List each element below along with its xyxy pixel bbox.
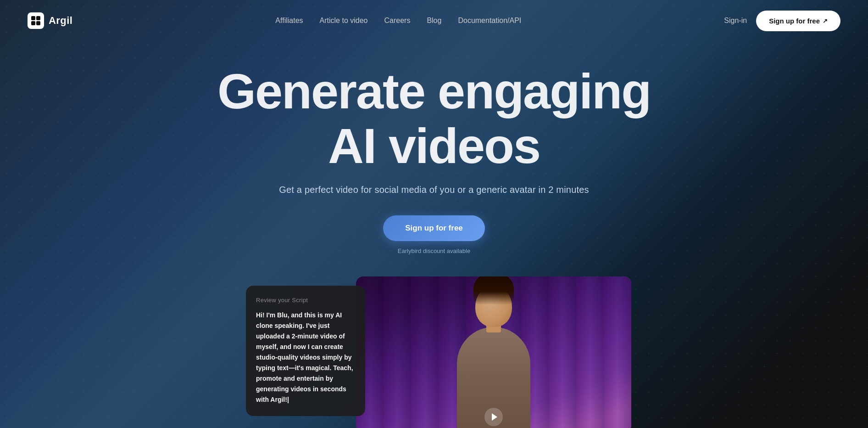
hero-title-line2: AI videos [217, 119, 651, 174]
nav-blog[interactable]: Blog [427, 17, 441, 25]
demo-area: Review your Script Hi! I'm Blu, and this… [246, 276, 622, 428]
external-link-icon: ↗ [823, 17, 828, 24]
script-panel-title: Review your Script [256, 297, 355, 304]
logo-text: Argil [49, 15, 72, 27]
hero-cta-button[interactable]: Sign up for free [383, 215, 485, 241]
nav-docs[interactable]: Documentation/API [458, 17, 521, 25]
script-panel-body: Hi! I'm Blu, and this is my AI clone spe… [256, 310, 355, 405]
video-preview[interactable] [356, 276, 631, 428]
header-signup-button[interactable]: Sign up for free ↗ [756, 11, 840, 31]
hero-title: Generate engaging AI videos [217, 64, 651, 174]
svg-rect-2 [31, 21, 35, 25]
svg-rect-3 [36, 21, 40, 25]
svg-rect-0 [31, 16, 35, 20]
nav-article-to-video[interactable]: Article to video [320, 17, 368, 25]
play-button[interactable] [484, 408, 503, 426]
earlybird-label: Earlybird discount available [398, 248, 470, 254]
logo-icon [28, 12, 44, 29]
main-nav: Affiliates Article to video Careers Blog… [275, 17, 521, 25]
person-hair [473, 276, 514, 305]
logo[interactable]: Argil [28, 12, 72, 29]
header: Argil Affiliates Article to video Career… [0, 0, 868, 41]
sign-in-link[interactable]: Sign-in [724, 17, 747, 25]
play-icon [492, 413, 497, 421]
svg-rect-1 [36, 16, 40, 20]
hero-content: Generate engaging AI videos Get a perfec… [0, 0, 868, 428]
nav-careers[interactable]: Careers [384, 17, 410, 25]
nav-affiliates[interactable]: Affiliates [275, 17, 303, 25]
header-signup-label: Sign up for free [769, 17, 820, 25]
hero-subtitle: Get a perfect video for social media of … [279, 185, 589, 195]
header-actions: Sign-in Sign up for free ↗ [724, 11, 840, 31]
script-panel: Review your Script Hi! I'm Blu, and this… [246, 286, 365, 417]
hero-title-line1: Generate engaging [217, 64, 651, 119]
hero-section: Generate engaging AI videos Get a perfec… [0, 0, 868, 428]
video-person [448, 281, 540, 428]
